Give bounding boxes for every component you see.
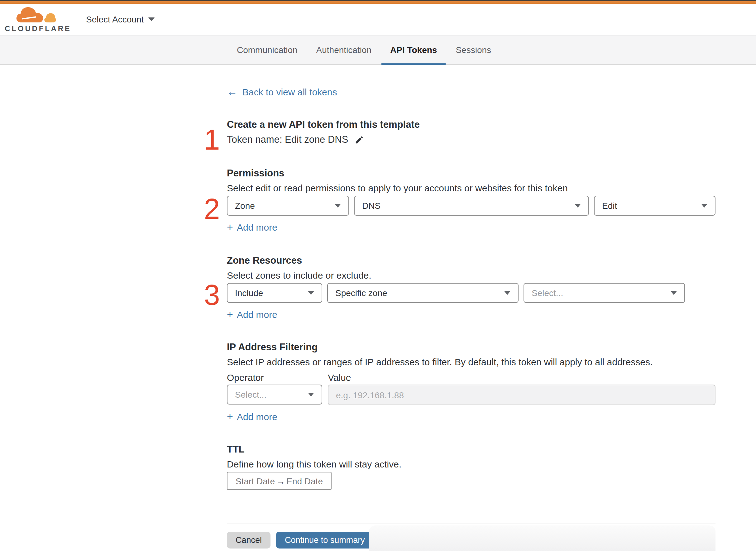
brand-orange-strip: [0, 1, 756, 4]
zone-type-select[interactable]: Specific zone: [327, 283, 519, 303]
permission-resource-select[interactable]: DNS: [354, 196, 589, 216]
ip-operator-select[interactable]: Select...: [227, 385, 322, 405]
plus-icon: +: [227, 411, 233, 423]
add-more-label: Add more: [237, 411, 277, 423]
step-number-3: 3: [201, 281, 223, 309]
cloudflare-cloud-icon: [15, 6, 61, 25]
tab-sessions[interactable]: Sessions: [447, 36, 500, 64]
ip-filtering-heading: IP Address Filtering: [227, 340, 716, 354]
footer-divider: [227, 524, 716, 524]
zone-mode-value: Include: [235, 288, 263, 298]
add-more-label: Add more: [237, 309, 277, 321]
permissions-heading: Permissions: [227, 166, 716, 179]
ttl-date-range-picker[interactable]: Start Date → End Date: [227, 472, 331, 490]
tab-api-tokens[interactable]: API Tokens: [382, 36, 446, 64]
right-arrow-icon: →: [276, 476, 285, 486]
chevron-down-icon: [701, 204, 707, 207]
permission-access-value: Edit: [602, 201, 617, 211]
permission-scope-select[interactable]: Zone: [227, 196, 349, 216]
chevron-down-icon: [148, 17, 154, 21]
start-date-label: Start Date: [235, 476, 275, 486]
tab-authentication[interactable]: Authentication: [307, 36, 380, 64]
permission-resource-value: DNS: [362, 201, 381, 211]
back-to-tokens-link[interactable]: ← Back to view all tokens: [227, 85, 716, 99]
chevron-down-icon: [308, 393, 314, 397]
footer-background-shade: [369, 525, 716, 551]
permissions-add-more-link[interactable]: + Add more: [227, 221, 716, 234]
api-token-template-page: CLOUDFLARE Select Account Communication …: [0, 0, 756, 551]
zone-picker-select[interactable]: Select...: [524, 283, 685, 303]
continue-to-summary-button[interactable]: Continue to summary: [276, 532, 373, 549]
account-selector[interactable]: Select Account: [86, 14, 154, 24]
token-form: ← Back to view all tokens Create a new A…: [227, 85, 716, 549]
permission-scope-value: Zone: [235, 201, 255, 211]
operator-label: Operator: [227, 372, 328, 384]
tab-communication[interactable]: Communication: [228, 36, 306, 64]
account-selector-label: Select Account: [86, 14, 144, 24]
step-number-1: 1: [201, 125, 223, 154]
zone-resources-heading: Zone Resources: [227, 254, 716, 267]
ip-filtering-description: Select IP addresses or ranges of IP addr…: [227, 356, 716, 368]
cloudflare-wordmark: CLOUDFLARE: [5, 24, 71, 33]
plus-icon: +: [227, 222, 233, 233]
cloudflare-logo: CLOUDFLARE: [6, 6, 70, 33]
chevron-down-icon: [671, 291, 677, 295]
permission-access-select[interactable]: Edit: [594, 196, 716, 216]
ip-filtering-add-more-link[interactable]: + Add more: [227, 411, 716, 423]
ttl-heading: TTL: [227, 443, 716, 456]
add-more-label: Add more: [237, 221, 277, 234]
page-title: Create a new API token from this templat…: [227, 118, 716, 131]
zone-resources-description: Select zones to include or exclude.: [227, 269, 716, 282]
token-name-text: Token name: Edit zone DNS: [227, 133, 348, 146]
app-header: CLOUDFLARE Select Account: [0, 4, 756, 35]
ip-operator-placeholder: Select...: [235, 390, 266, 400]
chevron-down-icon: [504, 291, 511, 295]
plus-icon: +: [227, 309, 233, 321]
cancel-button[interactable]: Cancel: [227, 532, 270, 549]
edit-pencil-icon[interactable]: [354, 135, 364, 144]
zone-resources-add-more-link[interactable]: + Add more: [227, 309, 716, 321]
profile-tabbar: Communication Authentication API Tokens …: [0, 35, 756, 65]
zone-mode-select[interactable]: Include: [227, 283, 322, 303]
zone-type-value: Specific zone: [335, 288, 388, 298]
back-arrow-icon: ←: [227, 85, 237, 99]
permissions-description: Select edit or read permissions to apply…: [227, 182, 716, 194]
ttl-description: Define how long this token will stay act…: [227, 458, 716, 471]
value-label: Value: [328, 372, 351, 384]
end-date-label: End Date: [286, 476, 323, 486]
zone-picker-placeholder: Select...: [532, 288, 563, 298]
chevron-down-icon: [575, 204, 581, 207]
chevron-down-icon: [308, 291, 314, 295]
chevron-down-icon: [335, 204, 341, 207]
back-link-label: Back to view all tokens: [242, 85, 337, 99]
ip-value-input[interactable]: [328, 385, 716, 405]
step-number-2: 2: [201, 194, 223, 223]
